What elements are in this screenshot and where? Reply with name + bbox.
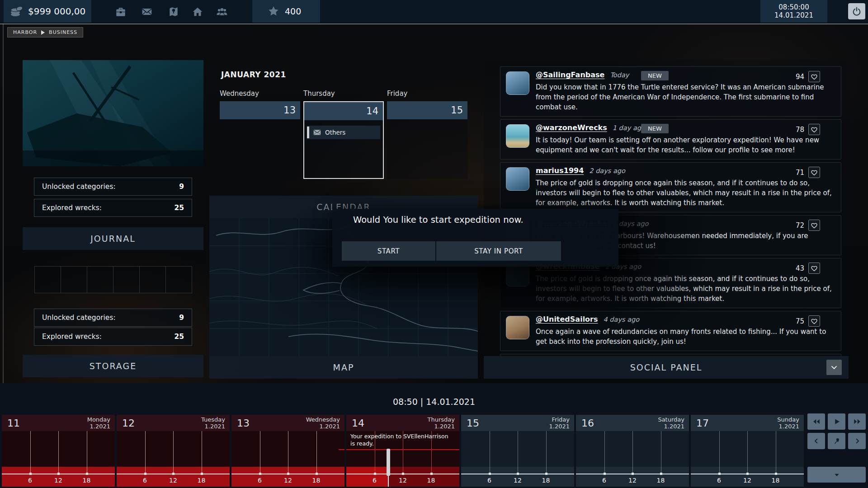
post-text: It is today! Our team is setting off on … bbox=[536, 135, 835, 155]
timeline-day[interactable]: 11 Monday1.2021 61218 bbox=[2, 415, 115, 487]
dialog-title: Would You like to start expedition now. bbox=[353, 215, 524, 225]
social-post[interactable]: @UnitedSailors 4 days ago Once again a w… bbox=[500, 311, 841, 351]
timeline-day-number: 11 bbox=[7, 418, 20, 429]
storage-slot[interactable] bbox=[87, 266, 113, 293]
storage-footer[interactable]: STORAGE bbox=[23, 355, 203, 377]
clock-panel[interactable]: 08:50:00 14.01.2021 bbox=[760, 0, 827, 23]
play-icon bbox=[833, 418, 841, 426]
money-value: $999 000,00 bbox=[28, 6, 85, 17]
calendar-weekday-label: Wednesday bbox=[220, 89, 300, 98]
hour-gridline bbox=[202, 431, 202, 474]
timeline-collapse-button[interactable] bbox=[807, 467, 866, 483]
stay-in-port-button[interactable]: STAY IN PORT bbox=[436, 241, 561, 261]
calendar-day-cell[interactable]: 13 bbox=[220, 101, 300, 179]
timeline-day-header: 12 Tuesday1.2021 bbox=[117, 415, 230, 431]
axis-dot bbox=[402, 473, 404, 475]
heart-icon bbox=[810, 73, 818, 81]
timeline-day[interactable]: 16 Saturday1.2021 61218 bbox=[576, 415, 689, 487]
hour-tick-label: 6 bbox=[143, 477, 147, 484]
calendar-day-cell[interactable]: 15 bbox=[387, 101, 467, 179]
like-button[interactable] bbox=[808, 167, 820, 178]
social-post[interactable]: @warzoneWrecks 1 day ago It is today! Ou… bbox=[500, 119, 841, 160]
post-time: 4 days ago bbox=[604, 316, 640, 323]
social-collapse-button[interactable] bbox=[826, 360, 842, 375]
map-icon[interactable] bbox=[168, 6, 179, 18]
map-footer[interactable]: MAP bbox=[209, 356, 478, 379]
hour-tick-label: 6 bbox=[373, 477, 377, 484]
storage-slot[interactable] bbox=[165, 266, 192, 293]
timeline-day-body bbox=[461, 431, 574, 467]
storage-slot[interactable] bbox=[113, 266, 139, 293]
hour-tick-label: 12 bbox=[628, 477, 637, 484]
hour-tick-label: 18 bbox=[542, 477, 550, 484]
axis-dot bbox=[57, 473, 60, 475]
storage-slot[interactable] bbox=[139, 266, 165, 293]
journal-footer[interactable]: JOURNAL bbox=[23, 227, 203, 250]
stat-row: Explored wrecks: 25 bbox=[34, 328, 192, 346]
timeline-day-number: 16 bbox=[581, 418, 594, 429]
journal-image[interactable] bbox=[23, 60, 203, 166]
briefcase-icon[interactable] bbox=[115, 6, 127, 18]
hour-tick-label: 6 bbox=[28, 477, 32, 484]
rewind-button[interactable] bbox=[807, 413, 825, 430]
mail-icon[interactable] bbox=[141, 6, 153, 18]
axis-dot bbox=[660, 473, 662, 475]
calendar-day-cell[interactable]: 14 Others bbox=[303, 101, 384, 179]
like-button[interactable] bbox=[808, 263, 820, 274]
timeline-day-name: Saturday1.2021 bbox=[658, 416, 684, 430]
start-button[interactable]: START bbox=[342, 241, 435, 261]
breadcrumb-harbor[interactable]: HARBOR bbox=[13, 29, 37, 35]
new-badge: NEW bbox=[641, 124, 669, 133]
post-username[interactable]: @SailingFanbase bbox=[536, 70, 604, 79]
avatar bbox=[506, 167, 529, 191]
like-button[interactable] bbox=[808, 315, 820, 327]
calendar-event[interactable]: Others bbox=[307, 126, 380, 139]
post-username[interactable]: @warzoneWrecks bbox=[536, 123, 607, 132]
pin-button[interactable] bbox=[828, 433, 845, 449]
hour-tick-label: 12 bbox=[743, 477, 751, 484]
avatar bbox=[506, 316, 529, 339]
hour-tick-label: 12 bbox=[514, 477, 522, 484]
post-username[interactable]: marius1994 bbox=[536, 166, 584, 175]
home-icon[interactable] bbox=[192, 6, 203, 18]
breadcrumb-business[interactable]: BUSINESS bbox=[49, 29, 77, 35]
storage-slot[interactable] bbox=[61, 266, 87, 293]
like-button[interactable] bbox=[808, 220, 820, 231]
post-likes: 75 bbox=[796, 315, 820, 327]
people-icon[interactable] bbox=[216, 6, 228, 18]
power-button[interactable] bbox=[848, 3, 865, 19]
like-button[interactable] bbox=[808, 71, 820, 82]
hour-gridline bbox=[661, 431, 661, 474]
breadcrumb-arrow-icon bbox=[41, 30, 45, 35]
timeline-day[interactable]: 12 Tuesday1.2021 61218 bbox=[117, 415, 230, 487]
play-button[interactable] bbox=[828, 413, 845, 430]
fast-forward-button[interactable] bbox=[848, 413, 866, 430]
like-button[interactable] bbox=[808, 124, 820, 135]
step-back-button[interactable] bbox=[807, 433, 825, 449]
reputation-panel[interactable]: 400 bbox=[252, 0, 320, 23]
social-footer[interactable]: SOCIAL PANEL bbox=[484, 356, 849, 379]
timeline-day-name: Tuesday1.2021 bbox=[201, 416, 225, 430]
post-username[interactable]: @UnitedSailors bbox=[536, 315, 598, 324]
hour-tick-label: 6 bbox=[487, 477, 491, 484]
timeline-day[interactable]: 14 Thursday1.2021 61218 Your expedition … bbox=[346, 415, 459, 487]
envelope-icon bbox=[313, 129, 321, 136]
rewind-icon bbox=[812, 418, 821, 426]
hour-tick-label: 18 bbox=[312, 477, 321, 484]
timeline-day-body bbox=[117, 431, 230, 467]
timeline-day[interactable]: 17 Sunday1.2021 61218 bbox=[691, 415, 804, 487]
expedition-ready-note: Your expedition to SVEllenHarrison is re… bbox=[350, 433, 451, 447]
stat-label: Explored wrecks: bbox=[42, 333, 102, 341]
star-icon bbox=[268, 5, 279, 17]
social-footer-label: SOCIAL PANEL bbox=[630, 362, 703, 372]
axis-dot bbox=[718, 473, 721, 475]
axis-dot bbox=[374, 473, 376, 475]
timeline-day[interactable]: 13 Wednesday1.2021 61218 bbox=[231, 415, 344, 487]
storage-slot[interactable] bbox=[34, 266, 61, 293]
money-panel[interactable]: $999 000,00 bbox=[4, 0, 91, 23]
timeline-day[interactable]: 15 Friday1.2021 61218 bbox=[461, 415, 574, 487]
step-forward-button[interactable] bbox=[848, 433, 866, 449]
social-post[interactable]: marius1994 2 days ago The price of gold … bbox=[500, 162, 841, 212]
hour-gridline bbox=[490, 431, 490, 474]
social-post[interactable]: @SailingFanbase Today Did you know that … bbox=[500, 66, 841, 117]
